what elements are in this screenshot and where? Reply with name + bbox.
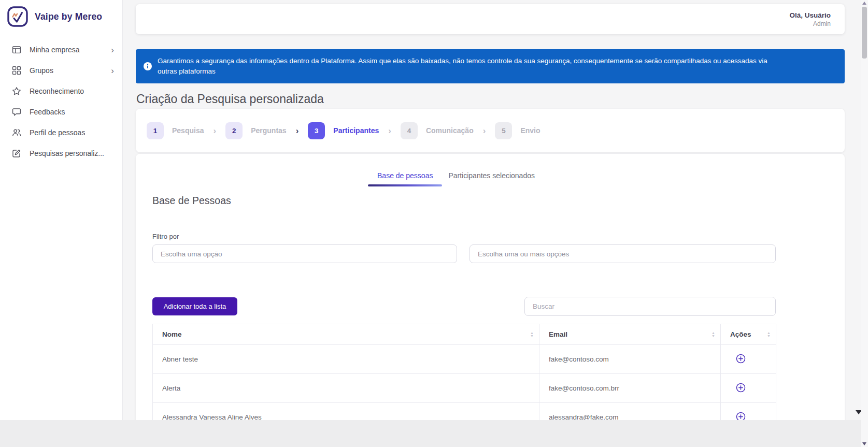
sort-icon[interactable]: ▲▼	[530, 331, 534, 338]
cell-email: fake@contoso.com.brr	[539, 374, 721, 403]
active-tab-underline	[368, 184, 442, 186]
add-person-button[interactable]	[736, 412, 746, 421]
app-window: Vaipe by Mereo Minha empresa ›	[0, 0, 861, 420]
sidebar-item-label: Perfil de pessoas	[30, 128, 85, 137]
info-icon	[143, 62, 152, 71]
top-header: Olá, Usuário Admin	[136, 4, 845, 34]
participants-panel: Base de pessoas Participantes selecionad…	[136, 154, 845, 420]
chevron-right-icon: ›	[213, 126, 216, 135]
star-icon	[12, 86, 21, 96]
cell-name: Alerta	[153, 374, 539, 403]
logo: Vaipe by Mereo	[0, 0, 122, 27]
scrollbar-up-arrow[interactable]	[862, 2, 866, 5]
actions-row: Adicionar toda a lista	[152, 297, 828, 316]
people-table: Nome ▲▼ Email ▲▼	[152, 324, 776, 420]
section-heading: Base de Pessoas	[152, 195, 828, 207]
tab-label: Participantes selecionados	[448, 171, 535, 180]
table-row: Alerta fake@contoso.com.brr	[153, 374, 776, 403]
cell-email: fake@contoso.com	[539, 345, 721, 374]
sidebar-item-feedbacks[interactable]: Feedbacks	[0, 102, 122, 122]
cell-email: alessandra@fake.com	[539, 403, 721, 421]
tab-participantes-selecionados[interactable]: Participantes selecionados	[448, 171, 535, 184]
step-badge-4[interactable]: 4	[401, 122, 418, 139]
step-badge-5[interactable]: 5	[495, 122, 512, 139]
sidebar-item-reconhecimento[interactable]: Reconhecimento	[0, 81, 122, 102]
step-badge-3[interactable]: 3	[308, 122, 325, 139]
table-header-row: Nome ▲▼ Email ▲▼	[153, 324, 776, 345]
sort-icon[interactable]: ▲▼	[767, 331, 771, 338]
chevron-right-icon: ›	[483, 126, 486, 135]
chat-icon	[12, 107, 21, 117]
chevron-right-icon: ›	[296, 126, 299, 135]
cell-name: Abner teste	[153, 345, 539, 374]
add-person-button[interactable]	[736, 354, 746, 364]
sort-icon[interactable]: ▲▼	[712, 331, 715, 338]
security-info-banner: Garantimos a segurança das informações d…	[136, 49, 845, 83]
scrollbar-thumb[interactable]	[862, 7, 867, 59]
sidebar-nav: Minha empresa › Grupos ›	[0, 39, 122, 164]
sidebar-item-label: Reconhecimento	[30, 87, 84, 95]
sidebar: Vaipe by Mereo Minha empresa ›	[0, 0, 123, 420]
cell-actions	[721, 374, 776, 403]
banner-message: Garantimos a segurança das informações d…	[158, 56, 782, 77]
step-badge-1[interactable]: 1	[147, 122, 164, 139]
chevron-right-icon: ›	[111, 46, 114, 54]
add-person-button[interactable]	[736, 383, 746, 393]
logo-text: Vaipe by Mereo	[35, 11, 102, 22]
page-title: Criação da Pesquisa personalizada	[136, 92, 845, 106]
sidebar-item-perfil-de-pessoas[interactable]: Perfil de pessoas	[0, 122, 122, 143]
sidebar-item-pesquisas-personalizadas[interactable]: Pesquisas personaliz...	[0, 143, 122, 164]
user-role: Admin	[813, 20, 831, 27]
participants-tabs: Base de pessoas Participantes selecionad…	[118, 154, 794, 184]
column-header-acoes[interactable]: Ações ▲▼	[721, 324, 776, 345]
cell-name: Alessandra Vanessa Aline Alves	[153, 403, 539, 421]
filter-values-select[interactable]: Escolha uma ou mais opções	[469, 244, 776, 263]
step-badge-2[interactable]: 2	[225, 122, 243, 139]
main-area: Olá, Usuário Admin Garantimos a seguranç…	[123, 0, 861, 420]
chevron-right-icon: ›	[388, 126, 391, 135]
scrollbar-down-arrow[interactable]	[862, 442, 866, 445]
sidebar-item-grupos[interactable]: Grupos ›	[0, 60, 122, 81]
table-row: Abner teste fake@contoso.com	[153, 345, 776, 374]
add-all-button[interactable]: Adicionar toda a lista	[152, 297, 237, 315]
table-row: Alessandra Vanessa Aline Alves alessandr…	[153, 403, 776, 421]
chevron-right-icon: ›	[111, 66, 114, 75]
sidebar-item-minha-empresa[interactable]: Minha empresa ›	[0, 39, 122, 60]
cell-actions	[721, 345, 776, 374]
step-label-perguntas[interactable]: Perguntas	[251, 126, 286, 135]
people-icon	[12, 128, 21, 137]
column-header-email[interactable]: Email ▲▼	[539, 324, 721, 345]
wizard-stepper: 1 Pesquisa › 2 Perguntas › 3 Participant…	[136, 109, 845, 152]
column-header-nome[interactable]: Nome ▲▼	[153, 324, 539, 345]
filter-row: Escolha uma opção Escolha uma ou mais op…	[152, 244, 828, 263]
step-label-comunicacao[interactable]: Comunicação	[426, 126, 474, 135]
sidebar-item-label: Pesquisas personaliz...	[30, 149, 104, 157]
cell-actions	[721, 403, 776, 421]
grid-icon	[12, 66, 21, 75]
step-label-pesquisa[interactable]: Pesquisa	[172, 126, 204, 135]
vaipe-logo-icon	[7, 6, 29, 27]
tab-base-de-pessoas[interactable]: Base de pessoas	[377, 171, 433, 184]
filter-label: Filtro por	[152, 233, 828, 240]
filter-type-select[interactable]: Escolha uma opção	[152, 244, 457, 263]
tab-label: Base de pessoas	[377, 171, 433, 180]
sidebar-item-label: Feedbacks	[30, 108, 65, 116]
sidebar-item-label: Grupos	[30, 66, 53, 75]
step-label-envio[interactable]: Envio	[520, 126, 540, 135]
vertical-scrollbar[interactable]	[861, 0, 868, 447]
layout-icon	[12, 45, 21, 54]
edit-icon	[12, 149, 21, 158]
user-greeting: Olá, Usuário	[789, 11, 831, 19]
sidebar-item-label: Minha empresa	[30, 46, 80, 54]
step-label-participantes[interactable]: Participantes	[333, 126, 379, 135]
search-input[interactable]	[524, 297, 776, 316]
